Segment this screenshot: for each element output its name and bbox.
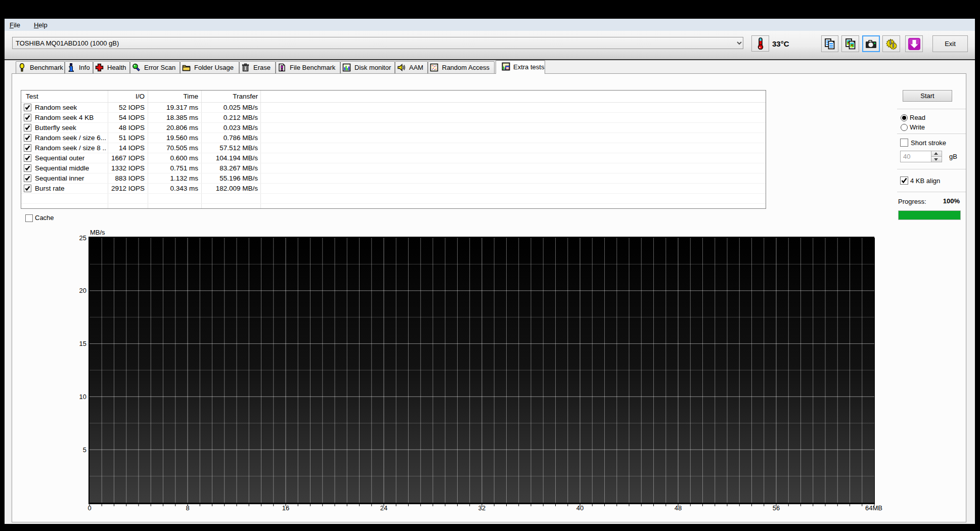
svg-text:40: 40	[576, 504, 584, 512]
svg-text:25: 25	[79, 234, 86, 242]
svg-text:0: 0	[87, 504, 91, 512]
svg-text:5: 5	[83, 446, 86, 454]
svg-text:24: 24	[380, 504, 387, 512]
svg-text:48: 48	[675, 504, 682, 512]
svg-text:20: 20	[79, 287, 86, 294]
svg-text:56: 56	[773, 504, 780, 512]
svg-text:MB/s: MB/s	[90, 229, 105, 236]
svg-text:64MB: 64MB	[865, 504, 882, 512]
svg-text:16: 16	[282, 504, 289, 512]
svg-text:15: 15	[79, 340, 86, 347]
svg-text:8: 8	[186, 504, 189, 512]
svg-text:32: 32	[478, 504, 485, 512]
svg-text:10: 10	[79, 393, 86, 401]
